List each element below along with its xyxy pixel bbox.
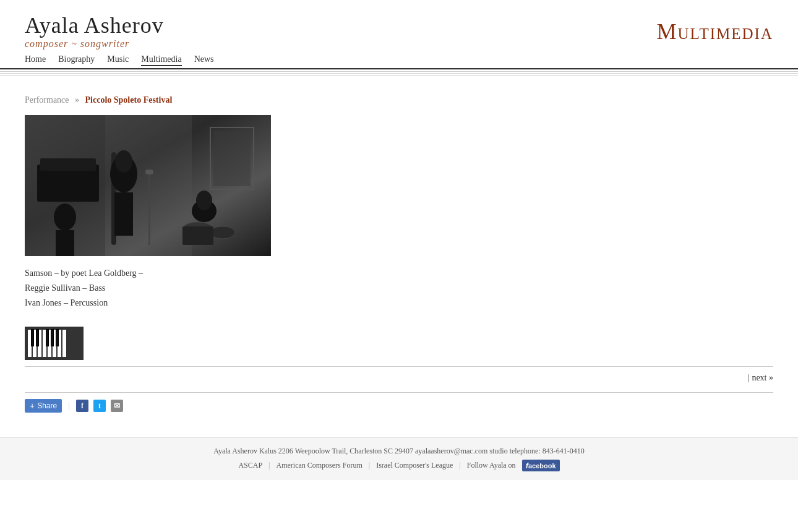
nav-link-news[interactable]: News (194, 54, 214, 64)
share-icon: + (30, 401, 35, 411)
nav-item-biography[interactable]: Biography (58, 54, 95, 64)
svg-rect-7 (56, 230, 74, 256)
footer-link-icl[interactable]: Israel Composer's League (376, 461, 453, 470)
nav-link-music[interactable]: Music (107, 54, 129, 64)
footer-links: ASCAP | American Composers Forum | Israe… (25, 460, 773, 471)
pagination-pipe: | (748, 373, 750, 382)
main-nav: Home Biography Music Multimedia News (0, 49, 798, 69)
svg-point-10 (115, 150, 132, 173)
svg-point-6 (54, 204, 76, 231)
site-title: Ayala Asherov (25, 12, 164, 38)
footer-follow-text: Follow Ayala on (467, 461, 516, 470)
share-button[interactable]: + Share (25, 399, 62, 413)
svg-rect-11 (114, 192, 133, 236)
share-bar: + Share | f t ✉ (25, 392, 773, 419)
breadcrumb-current: Piccolo Spoleto Festival (85, 95, 173, 105)
footer-link-ascap[interactable]: ASCAP (238, 461, 262, 470)
svg-rect-16 (182, 226, 213, 245)
share-divider: | (68, 401, 70, 411)
decorative-lines (0, 69, 798, 77)
svg-rect-5 (40, 158, 96, 171)
piano-logo (25, 327, 773, 360)
svg-rect-18 (145, 169, 153, 174)
footer-link-acf[interactable]: American Composers Forum (276, 461, 362, 470)
svg-rect-17 (148, 171, 150, 245)
breadcrumb: Performance » Piccolo Spoleto Festival (25, 95, 773, 105)
twitter-share-icon[interactable]: t (93, 400, 106, 412)
nav-link-home[interactable]: Home (25, 54, 46, 64)
photo-container (25, 115, 773, 256)
piano-keys (25, 327, 84, 360)
caption-line-3: Ivan Jones – Percussion (25, 298, 773, 308)
breadcrumb-separator: » (75, 95, 79, 105)
facebook-share-icon[interactable]: f (76, 400, 88, 412)
photo-inner (25, 115, 271, 256)
pagination-next[interactable]: next » (752, 373, 773, 382)
concert-photo (25, 115, 271, 256)
nav-link-multimedia[interactable]: Multimedia (141, 54, 181, 66)
concert-svg (25, 115, 271, 256)
share-label: Share (37, 401, 57, 410)
pagination: | next » (25, 366, 773, 389)
email-share-icon[interactable]: ✉ (111, 400, 123, 412)
facebook-badge[interactable]: facebook (522, 460, 560, 471)
svg-point-13 (196, 191, 212, 210)
svg-point-15 (210, 226, 235, 239)
svg-rect-20 (213, 131, 251, 186)
footer: Ayala Asherov Kalus 2206 Weepoolow Trail… (0, 437, 798, 480)
site-title-block: Ayala Asherov composer ~ songwriter (25, 12, 164, 49)
footer-address: Ayala Asherov Kalus 2206 Weepoolow Trail… (25, 447, 773, 456)
nav-item-multimedia[interactable]: Multimedia (141, 54, 181, 64)
main-content: Performance » Piccolo Spoleto Festival (0, 83, 798, 437)
nav-item-news[interactable]: News (194, 54, 214, 64)
caption-lines: Samson – by poet Lea Goldberg – Reggie S… (25, 268, 773, 308)
nav-link-biography[interactable]: Biography (58, 54, 95, 64)
breadcrumb-parent: Performance (25, 95, 69, 105)
caption-line-1: Samson – by poet Lea Goldberg – (25, 268, 773, 278)
nav-item-music[interactable]: Music (107, 54, 129, 64)
site-subtitle: composer ~ songwriter (25, 38, 164, 49)
caption-line-2: Reggie Sullivan – Bass (25, 283, 773, 293)
nav-item-home[interactable]: Home (25, 54, 46, 64)
page-heading: Multimedia (656, 12, 773, 45)
